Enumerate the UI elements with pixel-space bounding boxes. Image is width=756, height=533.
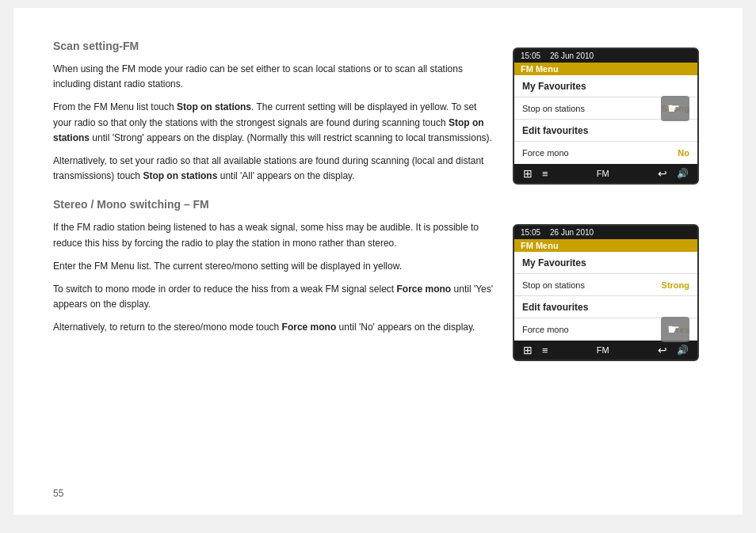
radio-ui2-item1-label: Stop on stations [522,280,585,290]
radio-ui2-item-1: Stop on stations Strong [514,274,697,296]
hand-svg-2: ☛ [662,317,688,342]
section2-para4: Alternatively, to return to the stereo/m… [53,320,497,335]
section2-para1: If the FM radio station being listened t… [53,220,497,250]
hand-cursor-icon-1: ☛ [661,96,689,121]
radio-ui1-time: 15:05 [521,51,540,60]
radio-ui1-footer: ⊞ ≡ FM ↩ 🔊 [514,164,697,183]
radio-ui2-footer-label: FM [556,345,651,355]
section1-para3: Alternatively, to set your radio so that… [53,154,497,184]
section1-para2-text3: until 'Strong' appears on the display. (… [90,132,492,143]
section2-para4-bold: Force mono [282,322,337,333]
section1-heading: Scan setting-FM [53,40,497,52]
section2-para2: Enter the FM Menu list. The current ster… [53,259,497,274]
section1-para2-text1: From the FM Menu list touch [53,101,177,112]
images-column: 15:05 26 Jun 2010 FM Menu My Favourites … [513,40,703,361]
section1-para2-bold1: Stop on stations [177,101,251,112]
radio-ui1-item3-value: No [678,148,689,158]
hand-cursor-icon-2: ☛ [661,317,689,342]
svg-text:☛: ☛ [667,322,680,337]
back-icon-1[interactable]: ↩ [655,167,670,180]
section2-para3: To switch to mono mode in order to reduc… [53,282,497,312]
menu-icon-1[interactable]: ≡ [540,168,551,180]
radio-ui2-body: My Favourites Stop on stations Strong Ed… [514,252,697,341]
radio-ui1-footer-label: FM [556,169,651,178]
section1-para3-bold: Stop on stations [143,170,217,181]
radio-ui1-item3-label: Force mono [522,148,569,158]
radio-ui2-footer: ⊞ ≡ FM ↩ 🔊 [514,341,697,360]
radio-ui1-header: 15:05 26 Jun 2010 [514,49,697,63]
volume-icon-2[interactable]: 🔊 [674,345,691,356]
section1-para3-text2: until 'All' appears on the display. [217,170,354,181]
radio-ui1-date: 26 Jun 2010 [550,51,594,60]
volume-icon-1[interactable]: 🔊 [674,168,691,179]
hand-svg-1: ☛ [662,96,688,121]
text-column: Scan setting-FM When using the FM mode y… [53,40,497,361]
grid-icon-1[interactable]: ⊞ [521,167,535,180]
radio-ui1-item2-label: Edit favourites [522,125,588,136]
svg-text:☛: ☛ [667,101,680,116]
back-icon-2[interactable]: ↩ [655,344,670,356]
radio-ui2-header: 15:05 26 Jun 2010 [514,226,697,239]
section1-para2: From the FM Menu list touch Stop on stat… [53,100,497,146]
menu-icon-2[interactable]: ≡ [540,345,551,356]
radio-ui1-item0-label: My Favourites [522,81,586,92]
page-number: 55 [53,488,63,499]
radio-ui2-date: 26 Jun 2010 [550,228,594,237]
radio-ui1-item-2: Edit favourites [514,120,697,142]
section2-para4-text1: Alternatively, to return to the stereo/m… [53,322,282,333]
radio-ui2-item2-label: Edit favourites [522,302,588,313]
radio-ui2-item1-value: Strong [662,280,689,290]
radio-ui1-item-0: My Favourites [514,75,697,97]
radio-ui1-body: My Favourites Stop on stations Strong ☛ [514,75,697,164]
radio-ui2-time: 15:05 [521,228,540,237]
section2: Stereo / Mono switching – FM If the FM r… [53,198,497,335]
radio-ui2-item3-label: Force mono [522,325,569,334]
radio-ui1-item-3: Force mono No [514,142,697,164]
section2-para4-text2: until 'No' appears on the display. [336,322,475,333]
section2-heading: Stereo / Mono switching – FM [53,198,497,211]
radio-ui2-item-2: Edit favourites [514,296,697,318]
radio-ui2-item-0: My Favourites [514,252,697,274]
radio-ui2-item-3[interactable]: Force mono Yes ☛ [514,318,697,341]
grid-icon-2[interactable]: ⊞ [521,344,535,356]
radio-ui2-menu-label: FM Menu [514,239,697,252]
radio-ui1-item-1[interactable]: Stop on stations Strong ☛ [514,97,697,120]
section2-para3-text1: To switch to mono mode in order to reduc… [53,284,397,295]
section2-para3-bold: Force mono [397,284,452,295]
page: Scan setting-FM When using the FM mode y… [13,8,743,515]
radio-ui1-item1-label: Stop on stations [522,104,585,113]
radio-ui2-item0-label: My Favourites [522,257,586,268]
content-area: Scan setting-FM When using the FM mode y… [53,40,703,361]
section1-para1: When using the FM mode your radio can be… [53,62,497,92]
radio-ui1-menu-label: FM Menu [514,63,697,75]
radio-ui-2: 15:05 26 Jun 2010 FM Menu My Favourites … [513,224,699,361]
radio-ui-1: 15:05 26 Jun 2010 FM Menu My Favourites … [513,48,699,185]
